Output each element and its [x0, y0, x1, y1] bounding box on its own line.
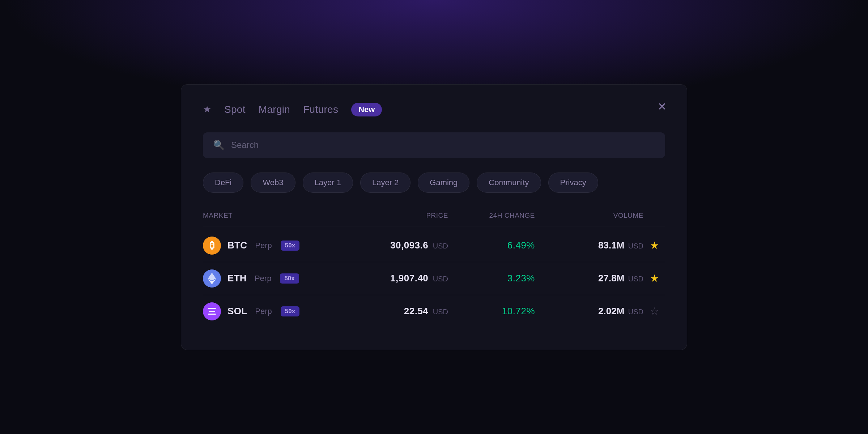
change-cell: 6.49% [448, 240, 535, 251]
sol-coin-icon [203, 302, 221, 320]
coin-symbol: BTC [227, 240, 247, 251]
star-cell: ☆ [643, 305, 665, 317]
price-cell: 22.54 USD [347, 306, 448, 317]
change-value: 3.23% [507, 273, 535, 284]
star-icon[interactable]: ★ [650, 239, 659, 251]
change-cell: 10.72% [448, 306, 535, 317]
btc-coin-icon: ₿ [203, 237, 221, 255]
leverage-badge: 50x [280, 273, 299, 284]
eth-coin-icon [203, 269, 221, 288]
change-value: 6.49% [507, 240, 535, 251]
table-header: MARKET Price 24H Change Volume [203, 212, 665, 226]
perp-label: Perp [255, 307, 272, 316]
search-icon: 🔍 [213, 140, 225, 151]
price-cell: 1,907.40 USD [347, 273, 448, 284]
volume-cell: 2.02M USD [535, 306, 643, 317]
star-cell: ★ [643, 272, 665, 284]
category-defi[interactable]: DeFi [203, 173, 243, 193]
volume-value: 2.02M [598, 306, 624, 316]
tab-margin[interactable]: Margin [259, 104, 290, 115]
price-unit: USD [433, 275, 448, 283]
modal-overlay: ★ Spot Margin Futures New ✕ 🔍 DeFiWeb3La… [0, 0, 868, 434]
volume-unit: USD [628, 242, 643, 250]
col-change: 24H Change [448, 212, 535, 220]
table-body: ₿ BTC Perp 50x 30,093.6 USD 6.49% 83.1M … [203, 229, 665, 328]
price-value: 22.54 [404, 306, 429, 316]
category-gaming[interactable]: Gaming [418, 173, 469, 193]
category-web3[interactable]: Web3 [251, 173, 295, 193]
category-layer1[interactable]: Layer 1 [303, 173, 353, 193]
price-cell: 30,093.6 USD [347, 240, 448, 251]
col-volume: Volume [535, 212, 643, 220]
volume-cell: 83.1M USD [535, 240, 643, 251]
price-value: 1,907.40 [390, 273, 428, 284]
favorites-star-icon[interactable]: ★ [203, 104, 211, 115]
market-cell: SOL Perp 50x [203, 302, 347, 320]
table-row[interactable]: ₿ BTC Perp 50x 30,093.6 USD 6.49% 83.1M … [203, 229, 665, 262]
star-icon[interactable]: ☆ [650, 305, 659, 317]
market-cell: ₿ BTC Perp 50x [203, 237, 347, 255]
volume-value: 27.8M [598, 273, 624, 284]
change-cell: 3.23% [448, 273, 535, 284]
tab-futures[interactable]: Futures [303, 104, 338, 115]
star-icon[interactable]: ★ [650, 272, 659, 284]
price-unit: USD [433, 308, 448, 316]
coin-symbol: ETH [227, 273, 247, 284]
table-row[interactable]: SOL Perp 50x 22.54 USD 10.72% 2.02M USD … [203, 295, 665, 328]
price-value: 30,093.6 [390, 240, 428, 251]
volume-value: 83.1M [598, 240, 624, 251]
category-row: DeFiWeb3Layer 1Layer 2GamingCommunityPri… [203, 173, 665, 193]
close-button[interactable]: ✕ [658, 101, 667, 112]
volume-unit: USD [628, 308, 643, 316]
search-container: 🔍 [203, 132, 665, 158]
market-cell: ETH Perp 50x [203, 269, 347, 288]
new-badge[interactable]: New [351, 103, 382, 116]
change-value: 10.72% [502, 306, 535, 316]
category-layer2[interactable]: Layer 2 [360, 173, 410, 193]
table-row[interactable]: ETH Perp 50x 1,907.40 USD 3.23% 27.8M US… [203, 262, 665, 295]
col-market: MARKET [203, 212, 347, 220]
market-selector-modal: ★ Spot Margin Futures New ✕ 🔍 DeFiWeb3La… [181, 84, 687, 350]
volume-cell: 27.8M USD [535, 273, 643, 284]
volume-unit: USD [628, 275, 643, 283]
price-unit: USD [433, 242, 448, 250]
leverage-badge: 50x [281, 306, 299, 316]
perp-label: Perp [255, 241, 272, 250]
tab-spot[interactable]: Spot [224, 104, 246, 115]
search-input[interactable] [231, 140, 655, 150]
coin-symbol: SOL [227, 306, 247, 317]
col-price: Price [347, 212, 448, 220]
category-community[interactable]: Community [477, 173, 541, 193]
star-cell: ★ [643, 239, 665, 251]
category-privacy[interactable]: Privacy [548, 173, 598, 193]
svg-marker-0 [208, 273, 216, 281]
leverage-badge: 50x [281, 241, 299, 251]
perp-label: Perp [255, 274, 271, 283]
nav-row: ★ Spot Margin Futures New [203, 103, 665, 116]
